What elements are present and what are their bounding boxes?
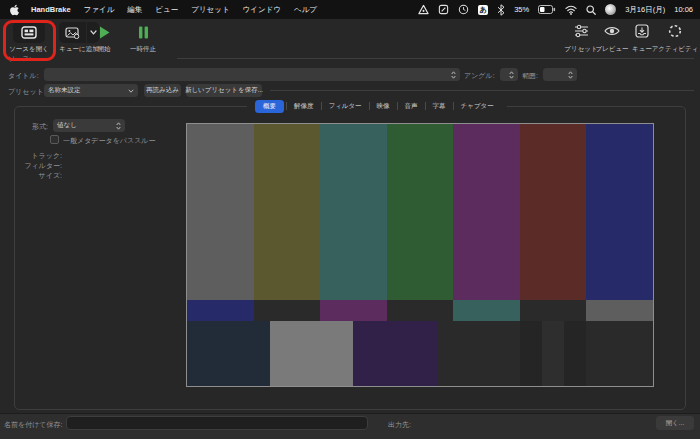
tab-dimensions[interactable]: 解像度 bbox=[289, 100, 319, 113]
tab-separator bbox=[425, 102, 426, 110]
tab-video[interactable]: 映像 bbox=[372, 100, 395, 113]
title-select[interactable] bbox=[44, 68, 460, 81]
smpte-row bbox=[187, 124, 653, 300]
preview-button[interactable] bbox=[604, 25, 620, 37]
menu-bar: HandBrake ファイル 編集 ビュー プリセット ウインドウ ヘルプ あ … bbox=[0, 0, 700, 19]
smpte-segment bbox=[254, 124, 321, 300]
smpte-segment bbox=[187, 300, 254, 321]
activity-button[interactable] bbox=[668, 24, 682, 38]
smpte-segment bbox=[437, 321, 520, 386]
wifi-icon[interactable] bbox=[565, 5, 577, 15]
filters-label: フィルター: bbox=[14, 161, 62, 171]
smpte-segment bbox=[187, 124, 254, 300]
range-label: 範囲: bbox=[522, 71, 538, 81]
smpte-row bbox=[187, 300, 653, 321]
stepper-icon bbox=[116, 122, 121, 130]
preview-label: プレビュー bbox=[595, 45, 628, 54]
save-new-preset-button[interactable]: 新しいプリセットを保存... bbox=[186, 84, 262, 97]
menubar-time: 10:06 bbox=[674, 5, 693, 14]
battery-icon[interactable] bbox=[538, 5, 556, 14]
tab-bar: 概要 解像度 フィルター 映像 音声 字幕 チャプター bbox=[247, 99, 507, 113]
smpte-segment bbox=[387, 300, 454, 321]
status-app-square-icon[interactable] bbox=[438, 4, 449, 15]
smpte-segment bbox=[453, 124, 520, 300]
open-source-button[interactable] bbox=[13, 22, 45, 43]
siri-icon[interactable] bbox=[605, 4, 616, 15]
passthru-metadata-label: 一般メタデータをパススルー bbox=[63, 136, 155, 146]
start-label: 開始 bbox=[98, 45, 111, 54]
menu-help[interactable]: ヘルプ bbox=[294, 5, 317, 15]
menu-app-name[interactable]: HandBrake bbox=[31, 5, 71, 14]
preset-dropdown-value: 名称未設定 bbox=[48, 86, 81, 95]
chevron-down-icon bbox=[128, 89, 134, 93]
destination-label: 出力先: bbox=[388, 420, 411, 430]
menu-presets[interactable]: プリセット bbox=[191, 5, 229, 15]
passthru-metadata-checkbox[interactable] bbox=[50, 135, 59, 144]
browse-button[interactable]: 開く... bbox=[656, 416, 694, 430]
angle-select[interactable] bbox=[500, 68, 518, 81]
size-label: サイズ: bbox=[14, 171, 62, 181]
source-label: ソース: bbox=[8, 54, 31, 64]
save-as-label: 名前を付けて保存: bbox=[4, 420, 62, 430]
range-select[interactable] bbox=[543, 68, 577, 81]
smpte-segment bbox=[254, 300, 321, 321]
tracks-label: トラック: bbox=[14, 151, 62, 161]
presets-button[interactable] bbox=[574, 24, 589, 38]
activity-label: アクティビティ bbox=[652, 45, 699, 54]
save-as-field[interactable] bbox=[66, 416, 368, 430]
tab-audio[interactable]: 音声 bbox=[400, 100, 423, 113]
stepper-icon bbox=[451, 71, 456, 79]
smpte-segment bbox=[453, 300, 520, 321]
tab-chapters[interactable]: チャプター bbox=[456, 100, 499, 113]
smpte-segment bbox=[586, 124, 653, 300]
smpte-segment bbox=[520, 124, 587, 300]
add-to-queue-label: キューに追加 bbox=[59, 45, 98, 54]
format-dropdown-value: 値なし bbox=[57, 121, 77, 130]
tab-filters[interactable]: フィルター bbox=[324, 100, 367, 113]
format-dropdown[interactable]: 値なし bbox=[53, 119, 125, 132]
stepper-icon bbox=[568, 71, 573, 79]
reload-preset-button[interactable]: 再読み込み bbox=[144, 84, 181, 97]
title-label: タイトル: bbox=[8, 71, 39, 81]
smpte-segment bbox=[187, 321, 270, 386]
menu-view[interactable]: ビュー bbox=[155, 5, 178, 15]
smpte-segment bbox=[320, 124, 387, 300]
menu-file[interactable]: ファイル bbox=[84, 5, 115, 15]
format-label: 形式: bbox=[14, 122, 48, 132]
angle-label: アングル: bbox=[464, 71, 495, 81]
bluetooth-icon[interactable] bbox=[497, 4, 505, 16]
smpte-segment bbox=[387, 124, 454, 300]
preset-divider bbox=[270, 90, 694, 91]
start-button[interactable] bbox=[98, 25, 111, 40]
pause-label: 一時停止 bbox=[130, 45, 156, 54]
queue-button[interactable] bbox=[635, 24, 649, 38]
smpte-segment bbox=[542, 321, 564, 386]
tab-summary[interactable]: 概要 bbox=[255, 100, 284, 113]
spotlight-search-icon[interactable] bbox=[586, 5, 596, 15]
tab-separator bbox=[321, 102, 322, 110]
status-clock-icon[interactable] bbox=[458, 4, 469, 15]
status-app-triangle-icon[interactable] bbox=[418, 4, 429, 15]
tab-separator bbox=[286, 102, 287, 110]
battery-percent: 35% bbox=[514, 5, 529, 14]
smpte-segment bbox=[520, 321, 542, 386]
add-to-queue-button[interactable] bbox=[59, 22, 86, 43]
pause-button[interactable] bbox=[137, 25, 150, 40]
apple-menu-icon[interactable] bbox=[10, 4, 19, 16]
video-preview bbox=[186, 123, 654, 387]
input-source-badge[interactable]: あ bbox=[478, 5, 488, 15]
stepper-icon bbox=[509, 71, 514, 79]
menu-window[interactable]: ウインドウ bbox=[243, 5, 281, 15]
tab-subtitles[interactable]: 字幕 bbox=[428, 100, 451, 113]
tab-separator bbox=[397, 102, 398, 110]
smpte-segment bbox=[353, 321, 436, 386]
presets-label: プリセット bbox=[564, 45, 597, 54]
smpte-segment bbox=[586, 300, 653, 321]
source-divider bbox=[177, 58, 694, 59]
menu-edit[interactable]: 編集 bbox=[127, 5, 142, 15]
smpte-segment bbox=[520, 300, 587, 321]
preset-dropdown[interactable]: 名称未設定 bbox=[44, 84, 138, 97]
smpte-segment bbox=[270, 321, 353, 386]
menubar-date: 3月16日(月) bbox=[625, 5, 665, 15]
smpte-row bbox=[187, 321, 653, 386]
